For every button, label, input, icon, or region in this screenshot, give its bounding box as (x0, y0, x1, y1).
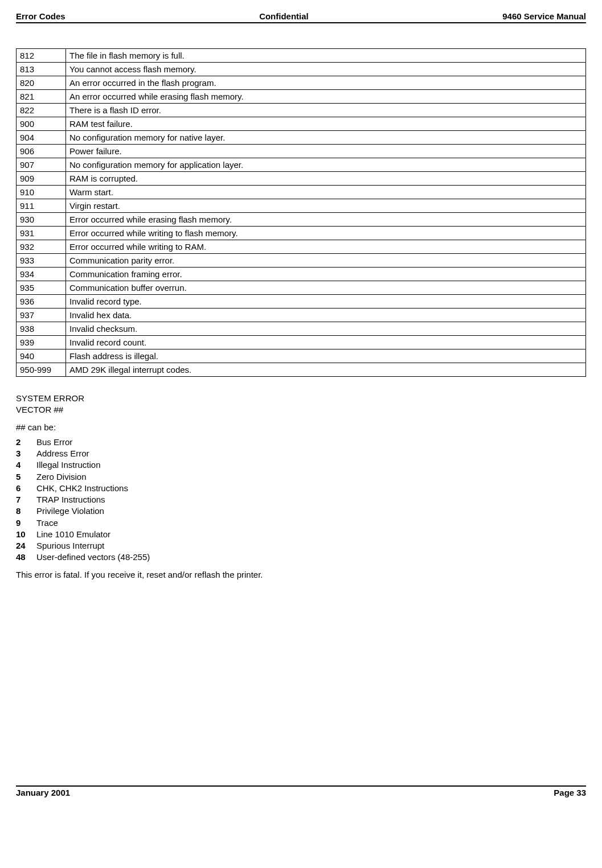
table-row: 932Error occurred while writing to RAM. (17, 240, 586, 254)
table-row: 910Warm start. (17, 186, 586, 199)
error-desc-cell: Communication parity error. (66, 254, 586, 268)
error-desc-cell: Invalid checksum. (66, 322, 586, 336)
vector-number: 6 (16, 483, 36, 494)
list-item: 4Illegal Instruction (16, 459, 150, 471)
list-item: 5Zero Division (16, 471, 150, 483)
table-row: 821An error occurred while erasing flash… (17, 90, 586, 104)
error-code-cell: 938 (17, 322, 66, 336)
table-row: 909RAM is corrupted. (17, 172, 586, 186)
error-desc-cell: Error occurred while erasing flash memor… (66, 213, 586, 227)
footer-right: Page 33 (554, 788, 586, 797)
vector-desc: Trace (36, 517, 150, 529)
list-item: 24Spurious Interrupt (16, 540, 150, 552)
vector-desc: Bus Error (36, 437, 150, 448)
table-row: 820An error occurred in the flash progra… (17, 76, 586, 90)
vector-number: 3 (16, 448, 36, 459)
error-desc-cell: There is a flash ID error. (66, 104, 586, 117)
page-footer: January 2001 Page 33 (16, 785, 586, 797)
error-desc-cell: You cannot access flash memory. (66, 63, 586, 76)
table-row: 937Invalid hex data. (17, 308, 586, 322)
error-code-cell: 900 (17, 117, 66, 131)
table-row: 812The file in flash memory is full. (17, 49, 586, 63)
table-row: 931Error occurred while writing to flash… (17, 227, 586, 240)
table-row: 900RAM test failure. (17, 117, 586, 131)
vector-number: 7 (16, 494, 36, 505)
vector-number: 5 (16, 471, 36, 483)
error-code-cell: 821 (17, 90, 66, 104)
list-item: 2Bus Error (16, 437, 150, 448)
vector-number: 8 (16, 505, 36, 517)
vector-desc: Illegal Instruction (36, 459, 150, 471)
error-code-cell: 904 (17, 131, 66, 145)
list-item: 9Trace (16, 517, 150, 529)
error-desc-cell: Error occurred while writing to RAM. (66, 240, 586, 254)
vector-number: 24 (16, 540, 36, 552)
error-desc-cell: An error occurred while erasing flash me… (66, 90, 586, 104)
error-codes-table: 812The file in flash memory is full.813Y… (16, 48, 586, 377)
error-code-cell: 936 (17, 295, 66, 308)
vector-desc: TRAP Instructions (36, 494, 150, 505)
error-desc-cell: No configuration memory for application … (66, 158, 586, 172)
table-row: 822There is a flash ID error. (17, 104, 586, 117)
error-desc-cell: Power failure. (66, 145, 586, 158)
error-code-cell: 909 (17, 172, 66, 186)
header-left: Error Codes (16, 11, 65, 21)
error-code-cell: 822 (17, 104, 66, 117)
table-row: 935Communication buffer overrun. (17, 281, 586, 295)
error-desc-cell: Communication framing error. (66, 268, 586, 281)
list-item: 7TRAP Instructions (16, 494, 150, 505)
vector-list: 2Bus Error3Address Error4Illegal Instruc… (16, 437, 150, 563)
vector-desc: Privilege Violation (36, 505, 150, 517)
table-row: 950-999AMD 29K illegal interrupt codes. (17, 363, 586, 377)
error-desc-cell: Warm start. (66, 186, 586, 199)
vector-number: 48 (16, 552, 36, 563)
error-code-cell: 930 (17, 213, 66, 227)
table-row: 936Invalid record type. (17, 295, 586, 308)
error-code-cell: 934 (17, 268, 66, 281)
table-row: 904No configuration memory for native la… (17, 131, 586, 145)
error-code-cell: 907 (17, 158, 66, 172)
error-desc-cell: RAM is corrupted. (66, 172, 586, 186)
error-code-cell: 935 (17, 281, 66, 295)
error-desc-cell: RAM test failure. (66, 117, 586, 131)
error-desc-cell: Invalid record count. (66, 336, 586, 349)
system-error-heading-line2: VECTOR ## (16, 404, 586, 416)
list-item: 8Privilege Violation (16, 505, 150, 517)
error-code-cell: 950-999 (17, 363, 66, 377)
error-code-cell: 940 (17, 349, 66, 363)
closing-note: This error is fatal. If you receive it, … (16, 569, 586, 581)
error-desc-cell: Invalid record type. (66, 295, 586, 308)
table-row: 939Invalid record count. (17, 336, 586, 349)
error-code-cell: 820 (17, 76, 66, 90)
error-desc-cell: The file in flash memory is full. (66, 49, 586, 63)
vector-desc: User-defined vectors (48-255) (36, 552, 150, 563)
error-desc-cell: Virgin restart. (66, 199, 586, 213)
error-desc-cell: Communication buffer overrun. (66, 281, 586, 295)
vector-desc: Zero Division (36, 471, 150, 483)
system-error-section: SYSTEM ERROR VECTOR ## ## can be: 2Bus E… (16, 393, 586, 581)
can-be-label: ## can be: (16, 422, 586, 433)
table-row: 933Communication parity error. (17, 254, 586, 268)
system-error-heading-line1: SYSTEM ERROR (16, 393, 586, 404)
vector-number: 4 (16, 459, 36, 471)
header-right: 9460 Service Manual (502, 11, 586, 21)
error-code-cell: 813 (17, 63, 66, 76)
table-row: 813You cannot access flash memory. (17, 63, 586, 76)
error-desc-cell: No configuration memory for native layer… (66, 131, 586, 145)
table-row: 938Invalid checksum. (17, 322, 586, 336)
error-desc-cell: Invalid hex data. (66, 308, 586, 322)
list-item: 48User-defined vectors (48-255) (16, 552, 150, 563)
error-code-cell: 906 (17, 145, 66, 158)
vector-number: 2 (16, 437, 36, 448)
error-code-cell: 932 (17, 240, 66, 254)
error-desc-cell: Error occurred while writing to flash me… (66, 227, 586, 240)
vector-number: 10 (16, 529, 36, 540)
error-code-cell: 812 (17, 49, 66, 63)
vector-desc: Address Error (36, 448, 150, 459)
vector-desc: CHK, CHK2 Instructions (36, 483, 150, 494)
vector-desc: Spurious Interrupt (36, 540, 150, 552)
error-code-cell: 910 (17, 186, 66, 199)
footer-left: January 2001 (16, 788, 70, 797)
vector-desc: Line 1010 Emulator (36, 529, 150, 540)
table-row: 906Power failure. (17, 145, 586, 158)
